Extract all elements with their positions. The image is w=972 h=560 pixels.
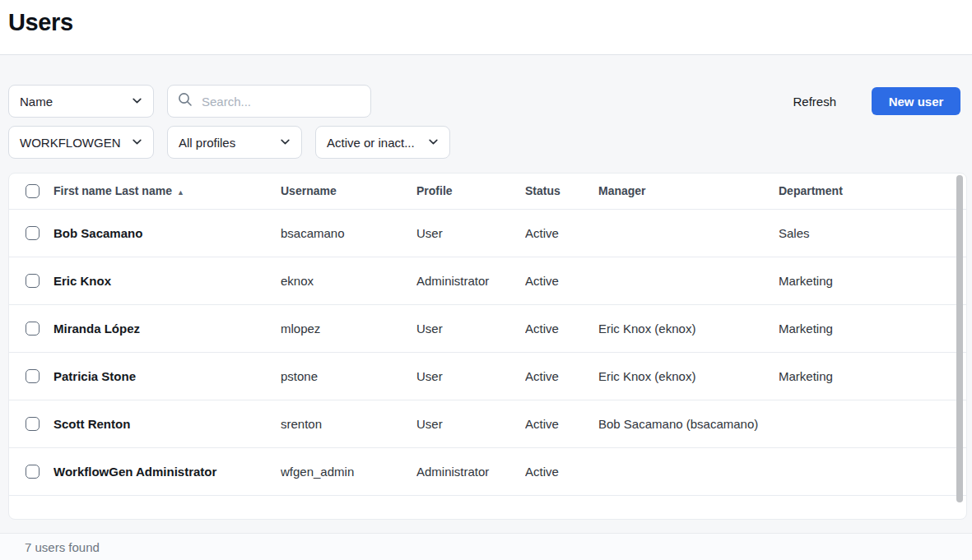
directory-dropdown-value: WORKFLOWGEN (20, 136, 121, 150)
search-input[interactable] (200, 94, 360, 109)
cell-department: Sales (779, 209, 966, 257)
table-row[interactable]: Patricia Stone pstone User Active Eric K… (9, 352, 966, 400)
row-checkbox[interactable] (26, 322, 40, 336)
cell-department (779, 447, 966, 495)
column-header-name[interactable]: First name Last name▲ (53, 174, 281, 209)
column-header-manager[interactable]: Manager (598, 174, 779, 209)
cell-manager: Eric Knox (eknox) (598, 352, 779, 400)
row-checkbox[interactable] (26, 465, 40, 479)
new-user-button[interactable]: New user (872, 87, 960, 115)
cell-department: Marketing (779, 304, 966, 352)
cell-status: Active (525, 400, 598, 447)
cell-name: Scott Renton (53, 400, 281, 447)
status-bar: 7 users found (0, 533, 972, 560)
row-checkbox[interactable] (26, 226, 40, 240)
search-field-dropdown-value: Name (20, 95, 53, 109)
chevron-down-icon (280, 136, 291, 150)
row-checkbox[interactable] (26, 274, 40, 288)
search-field-dropdown[interactable]: Name (8, 85, 154, 118)
cell-status: Active (525, 209, 598, 257)
column-header-profile[interactable]: Profile (416, 174, 525, 209)
row-checkbox[interactable] (26, 369, 40, 383)
cell-profile: Administrator (416, 257, 525, 304)
search-box (167, 85, 371, 118)
cell-manager (598, 209, 779, 257)
page-header: Users (0, 0, 972, 55)
cell-status: Active (525, 447, 598, 495)
column-header-username[interactable]: Username (281, 174, 416, 209)
cell-name: WorkflowGen Administrator (53, 447, 281, 495)
cell-username: eknox (281, 257, 416, 304)
column-header-name-label: First name Last name (53, 184, 172, 197)
table-row[interactable]: Eric Knox eknox Administrator Active Mar… (9, 257, 966, 304)
toolbar-primary: Name Refresh New user (8, 85, 960, 118)
table-row[interactable]: Scott Renton srenton User Active Bob Sac… (9, 400, 966, 447)
cell-manager: Eric Knox (eknox) (598, 304, 779, 352)
sort-ascending-icon: ▲ (177, 188, 184, 197)
users-table-card: First name Last name▲ Username Profile S… (8, 173, 967, 520)
directory-dropdown[interactable]: WORKFLOWGEN (8, 126, 154, 159)
status-filter-value: Active or inact... (327, 136, 415, 150)
users-count-label: 7 users found (25, 540, 100, 554)
vertical-scrollbar-thumb[interactable] (956, 175, 963, 502)
cell-manager (598, 447, 779, 495)
page-title: Users (0, 0, 972, 36)
cell-username: srenton (281, 400, 416, 447)
cell-name: Bob Sacamano (53, 209, 281, 257)
column-header-status[interactable]: Status (525, 174, 598, 209)
cell-profile: User (416, 400, 525, 447)
cell-profile: User (416, 304, 525, 352)
cell-department (779, 400, 966, 447)
profile-filter-value: All profiles (179, 136, 235, 150)
cell-username: mlopez (281, 304, 416, 352)
status-filter-dropdown[interactable]: Active or inact... (315, 126, 450, 159)
table-body: Bob Sacamano bsacamano User Active Sales… (9, 209, 966, 495)
table-row[interactable]: Miranda López mlopez User Active Eric Kn… (9, 304, 966, 352)
cell-username: bsacamano (281, 209, 416, 257)
cell-username: pstone (281, 352, 416, 400)
cell-profile: User (416, 352, 525, 400)
users-table: First name Last name▲ Username Profile S… (9, 174, 966, 496)
column-header-department[interactable]: Department (779, 174, 966, 209)
row-checkbox[interactable] (26, 417, 40, 431)
cell-name: Patricia Stone (53, 352, 281, 400)
cell-department: Marketing (779, 352, 966, 400)
table-row[interactable]: WorkflowGen Administrator wfgen_admin Ad… (9, 447, 966, 495)
search-icon (178, 92, 193, 110)
chevron-down-icon (132, 136, 142, 150)
cell-status: Active (525, 304, 598, 352)
table-header-row: First name Last name▲ Username Profile S… (9, 174, 966, 209)
cell-department: Marketing (779, 257, 966, 304)
chevron-down-icon (428, 136, 439, 150)
cell-name: Eric Knox (53, 257, 281, 304)
cell-manager (598, 257, 779, 304)
profile-filter-dropdown[interactable]: All profiles (167, 126, 302, 159)
cell-profile: Administrator (416, 447, 525, 495)
table-row[interactable]: Bob Sacamano bsacamano User Active Sales (9, 209, 966, 257)
cell-status: Active (525, 352, 598, 400)
cell-profile: User (416, 209, 525, 257)
select-all-checkbox[interactable] (26, 184, 40, 198)
cell-name: Miranda López (53, 304, 281, 352)
refresh-button[interactable]: Refresh (793, 95, 836, 109)
toolbar-filters: WORKFLOWGEN All profiles Active or inact… (8, 126, 960, 159)
cell-username: wfgen_admin (281, 447, 416, 495)
cell-status: Active (525, 257, 598, 304)
cell-manager: Bob Sacamano (bsacamano) (598, 400, 779, 447)
chevron-down-icon (132, 95, 142, 109)
